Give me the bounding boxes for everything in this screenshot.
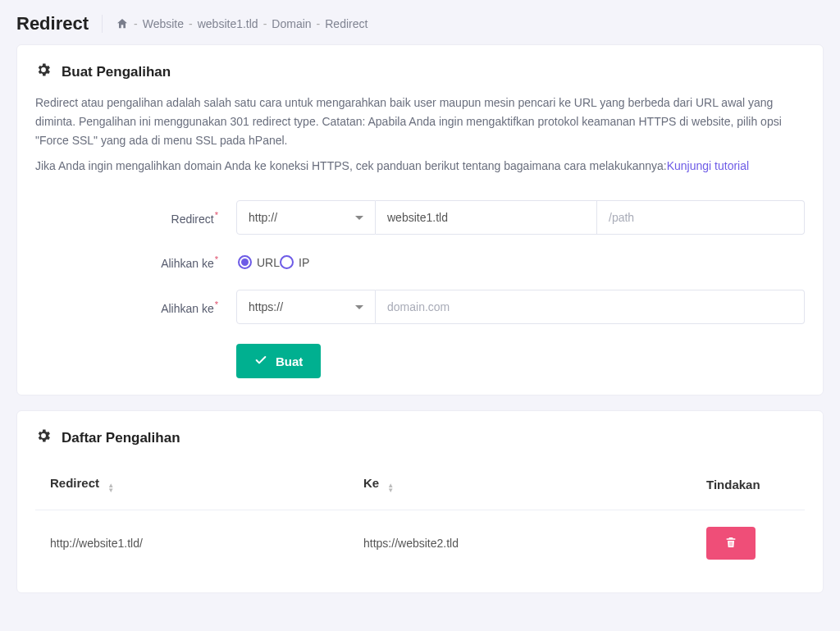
redirect-to-target-label: Alihkan ke [161, 301, 214, 314]
description-text-2: Jika Anda ingin mengalihkan domain Anda … [35, 159, 667, 172]
trash-icon [724, 536, 737, 551]
radio-ip[interactable]: IP [280, 255, 309, 269]
breadcrumb-item[interactable]: Domain [272, 17, 311, 30]
sort-icon: ▲▼ [107, 483, 114, 493]
breadcrumb-item[interactable]: website1.tld [198, 17, 258, 30]
redirect-label: Redirect [171, 213, 214, 226]
col-header-redirect[interactable]: Redirect ▲▼ [35, 476, 363, 493]
col-header-action: Tindakan [706, 478, 805, 492]
delete-button[interactable] [706, 527, 756, 560]
required-asterisk: * [215, 210, 218, 220]
chevron-down-icon [355, 305, 363, 309]
target-scheme-select[interactable]: https:// [236, 290, 376, 324]
tutorial-link[interactable]: Kunjungi tutorial [667, 159, 749, 172]
breadcrumb: - Website - website1.tld - Domain - Redi… [116, 17, 368, 30]
page-title: Redirect [16, 13, 89, 34]
required-asterisk: * [215, 254, 218, 264]
source-scheme-value: http:// [249, 211, 277, 224]
home-icon[interactable] [116, 17, 129, 30]
radio-url[interactable]: URL [238, 255, 280, 269]
target-scheme-value: https:// [249, 300, 283, 313]
target-domain-input[interactable] [376, 290, 805, 324]
row-from: http://website1.tld/ [35, 537, 363, 550]
list-card-title: Daftar Pengalihan [62, 430, 180, 446]
col-header-redirect-label: Redirect [50, 476, 99, 490]
redirect-to-type-label: Alihkan ke [161, 257, 214, 270]
create-card-title: Buat Pengalihan [62, 64, 171, 80]
radio-ip-label: IP [299, 256, 309, 269]
radio-url-label: URL [257, 256, 280, 269]
col-header-to-label: Ke [363, 476, 379, 490]
create-card-description: Redirect atau pengalihan adalah salah sa… [35, 94, 805, 176]
breadcrumb-separator: - [134, 17, 138, 30]
create-button[interactable]: Buat [236, 344, 321, 378]
required-asterisk: * [215, 299, 218, 309]
breadcrumb-separator: - [263, 17, 267, 30]
source-domain-value: website1.tld [387, 211, 448, 224]
sort-icon: ▲▼ [387, 483, 394, 493]
check-icon [254, 354, 267, 369]
row-to: https://website2.tld [363, 537, 706, 550]
source-domain-select[interactable]: website1.tld [376, 200, 597, 235]
description-text: Redirect atau pengalihan adalah salah sa… [35, 94, 805, 150]
col-header-to[interactable]: Ke ▲▼ [363, 476, 706, 493]
chevron-down-icon [355, 216, 363, 220]
create-button-label: Buat [276, 354, 303, 368]
table-row: http://website1.tld/ https://website2.tl… [35, 510, 805, 576]
breadcrumb-item[interactable]: Website [143, 17, 184, 30]
breadcrumb-separator: - [189, 17, 193, 30]
breadcrumb-item: Redirect [325, 17, 368, 30]
gear-icon [35, 428, 52, 448]
create-redirect-card: Buat Pengalihan Redirect atau pengalihan… [16, 44, 824, 396]
redirect-list-card: Daftar Pengalihan Redirect ▲▼ Ke ▲▼ Tind… [16, 410, 824, 593]
gear-icon [35, 62, 52, 82]
source-path-input[interactable] [597, 200, 805, 235]
breadcrumb-separator: - [317, 17, 321, 30]
source-scheme-select[interactable]: http:// [236, 200, 376, 235]
divider [102, 15, 103, 33]
